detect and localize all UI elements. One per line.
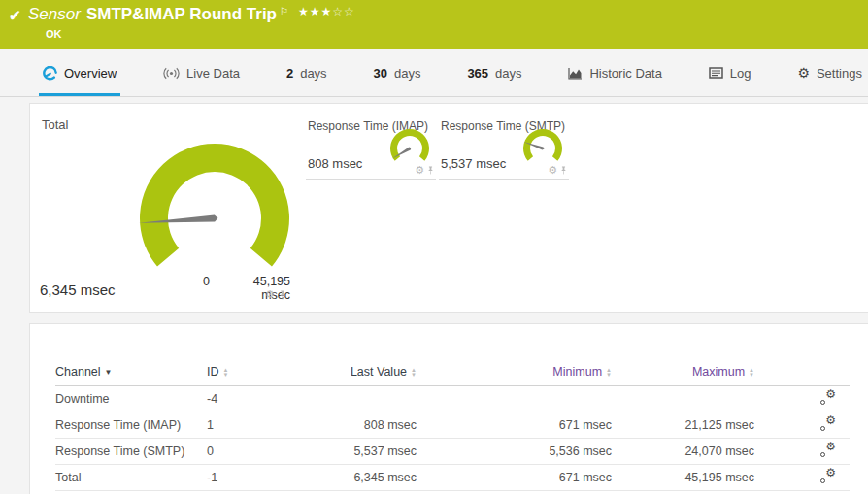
channel-actions-cell: ⚙ xyxy=(754,412,850,438)
total-gauge-value: 6,345 msec xyxy=(40,281,116,298)
maximum-cell: 24,070 msec xyxy=(612,438,754,464)
gauge-pin-icon[interactable] xyxy=(279,290,286,300)
channel-settings-gears-icon[interactable]: ⚙ xyxy=(820,390,836,405)
column-header-channel[interactable]: Channel▼ xyxy=(55,359,207,385)
channel-name-cell: Total xyxy=(55,464,207,490)
smtp-gauge-value: 5,537 msec xyxy=(441,156,506,171)
tab-label: Live Data xyxy=(186,66,240,81)
channel-settings-gears-icon[interactable]: ⚙ xyxy=(820,469,836,483)
table-row-total: Total -1 6,345 msec 671 msec 45,195 msec… xyxy=(55,464,850,490)
channels-table: Channel▼ ID▲▼ Last Value▲▼ Minimum▲▼ Max… xyxy=(55,359,850,491)
log-icon xyxy=(709,67,723,79)
empty-stars[interactable]: ☆☆ xyxy=(332,5,355,18)
filled-stars[interactable]: ★★★ xyxy=(298,5,332,18)
sensor-header: ✔ Sensor SMTP&IMAP Round Trip ⚐ ★★★☆☆ OK xyxy=(0,0,868,49)
total-gauge-title: Total xyxy=(42,117,68,132)
tab-label: days xyxy=(394,66,420,81)
last-value-cell: 6,345 msec xyxy=(265,464,417,490)
tab-historic-data[interactable]: Historic Data xyxy=(564,49,665,96)
maximum-cell: 45,195 msec xyxy=(612,464,754,490)
tab-label: days xyxy=(300,66,326,81)
gauge-icon xyxy=(43,66,57,81)
tab-overview[interactable]: Overview xyxy=(39,49,120,96)
broadcast-icon xyxy=(163,67,180,80)
channel-actions-cell: ⚙ xyxy=(754,438,850,464)
gear-icon: ⚙ xyxy=(797,66,810,80)
minimum-cell: 671 msec xyxy=(417,412,612,438)
gauges-panel: Total 0 45,195 msec 6,345 msec ⚙ Respons… xyxy=(29,103,868,313)
last-value-cell: 5,537 msec xyxy=(265,438,417,464)
table-row-response-time-imap: Response Time (IMAP) 1 808 msec 671 msec… xyxy=(55,412,850,438)
column-label: ID xyxy=(207,365,219,379)
sort-icon: ▲▼ xyxy=(223,368,229,378)
smtp-gauge-actions: ⚙ xyxy=(548,165,567,176)
channel-name-cell: Response Time (IMAP) xyxy=(55,412,207,438)
total-gauge-actions: ⚙ xyxy=(265,289,286,300)
maximum-cell xyxy=(612,385,754,412)
imap-gauge-value: 808 msec xyxy=(308,156,362,171)
tab-log[interactable]: Log xyxy=(705,49,755,96)
sort-icon: ▲▼ xyxy=(606,368,612,378)
gauge-pin-icon[interactable] xyxy=(427,166,434,175)
column-label: Channel xyxy=(55,365,101,379)
tab-label: Settings xyxy=(817,66,862,81)
channel-id-cell: -4 xyxy=(207,385,265,412)
tab-number: 30 xyxy=(374,66,387,81)
gauge-settings-gear-icon[interactable]: ⚙ xyxy=(548,165,557,176)
total-gauge xyxy=(139,143,290,269)
gauge-settings-gear-icon[interactable]: ⚙ xyxy=(265,289,275,300)
table-row-downtime: Downtime -4 ⚙ xyxy=(55,385,850,412)
minimum-cell: 671 msec xyxy=(417,464,612,490)
channels-panel: Channel▼ ID▲▼ Last Value▲▼ Minimum▲▼ Max… xyxy=(29,323,868,494)
column-label: Minimum xyxy=(552,365,602,379)
minimum-cell xyxy=(417,385,612,412)
tab-30-days[interactable]: 30 days xyxy=(370,49,425,96)
tab-2-days[interactable]: 2 days xyxy=(283,49,331,96)
gauge-settings-gear-icon[interactable]: ⚙ xyxy=(415,165,424,176)
column-header-id[interactable]: ID▲▼ xyxy=(207,359,265,385)
column-header-actions xyxy=(754,359,850,385)
smtp-gauge-block: Response Time (SMTP) 5,537 msec ⚙ xyxy=(439,119,569,180)
gauge-scale-min: 0 xyxy=(203,275,210,288)
channel-settings-gears-icon[interactable]: ⚙ xyxy=(820,443,836,457)
tab-365-days[interactable]: 365 days xyxy=(463,49,525,96)
sort-icon: ▲▼ xyxy=(749,368,754,378)
imap-gauge-block: Response Time (IMAP) 808 msec ⚙ xyxy=(306,119,436,180)
tab-label: Overview xyxy=(64,66,117,81)
minimum-cell: 5,536 msec xyxy=(417,438,612,464)
sensor-status-badge: OK xyxy=(46,28,62,40)
last-value-cell xyxy=(265,385,417,412)
sort-desc-icon: ▼ xyxy=(105,368,113,377)
table-header-row: Channel▼ ID▲▼ Last Value▲▼ Minimum▲▼ Max… xyxy=(55,359,850,385)
object-kind-label: Sensor xyxy=(28,5,81,24)
column-header-last-value[interactable]: Last Value▲▼ xyxy=(265,359,417,385)
gauge-pin-icon[interactable] xyxy=(560,166,567,175)
tab-number: 365 xyxy=(467,66,488,81)
tab-number: 2 xyxy=(286,66,293,81)
channel-id-cell: -1 xyxy=(207,464,265,490)
tab-live-data[interactable]: Live Data xyxy=(159,49,244,96)
column-label: Maximum xyxy=(692,365,745,379)
channel-id-cell: 1 xyxy=(207,412,265,438)
channel-name-cell: Downtime xyxy=(55,385,207,412)
priority-stars[interactable]: ★★★☆☆ xyxy=(298,5,355,18)
sort-icon: ▲▼ xyxy=(411,368,417,378)
column-label: Last Value xyxy=(351,365,407,379)
tab-label: Log xyxy=(730,66,751,81)
channel-settings-gears-icon[interactable]: ⚙ xyxy=(820,416,836,431)
column-header-maximum[interactable]: Maximum▲▼ xyxy=(612,359,754,385)
flag-icon[interactable]: ⚐ xyxy=(280,6,288,16)
maximum-cell: 21,125 msec xyxy=(612,412,754,438)
channel-actions-cell: ⚙ xyxy=(754,464,850,490)
imap-gauge-actions: ⚙ xyxy=(415,165,434,176)
channel-name-cell: Response Time (SMTP) xyxy=(55,438,207,464)
channel-id-cell: 0 xyxy=(207,438,265,464)
tab-label: Historic Data xyxy=(589,66,661,81)
sensor-name: SMTP&IMAP Round Trip xyxy=(86,5,277,24)
tab-settings[interactable]: ⚙ Settings xyxy=(793,49,866,96)
channel-actions-cell: ⚙ xyxy=(754,385,850,412)
area-chart-icon xyxy=(568,67,583,80)
sensor-tab-bar: Overview Live Data 2 days 30 days 365 da… xyxy=(0,49,868,97)
last-value-cell: 808 msec xyxy=(265,412,417,438)
column-header-minimum[interactable]: Minimum▲▼ xyxy=(417,359,612,385)
